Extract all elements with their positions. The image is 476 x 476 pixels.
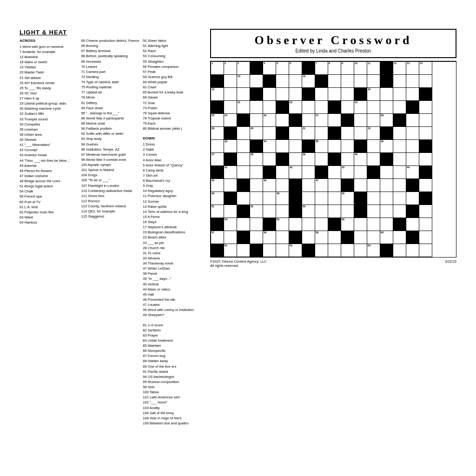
grid-cell[interactable]	[419, 127, 432, 140]
grid-cell[interactable]	[354, 127, 367, 140]
grid-cell[interactable]	[393, 218, 406, 231]
grid-cell[interactable]	[289, 75, 302, 88]
grid-cell[interactable]	[224, 192, 237, 205]
grid-cell[interactable]	[419, 205, 432, 218]
grid-cell[interactable]	[237, 140, 250, 153]
grid-cell[interactable]	[341, 140, 354, 153]
grid-cell[interactable]	[393, 192, 406, 205]
grid-cell[interactable]	[276, 244, 289, 257]
grid-cell[interactable]: 24	[224, 114, 237, 127]
grid-cell[interactable]	[328, 127, 341, 140]
grid-cell[interactable]	[354, 192, 367, 205]
grid-cell[interactable]	[263, 166, 276, 179]
grid-cell[interactable]	[237, 166, 250, 179]
grid-cell[interactable]	[380, 153, 393, 166]
grid-cell[interactable]: 31	[302, 127, 315, 140]
grid-cell[interactable]	[341, 88, 354, 101]
grid-cell[interactable]	[289, 205, 302, 218]
grid-cell[interactable]: 42	[289, 166, 302, 179]
grid-cell[interactable]	[302, 218, 315, 231]
grid-cell[interactable]	[406, 244, 419, 257]
grid-cell[interactable]	[263, 101, 276, 114]
grid-cell[interactable]	[354, 166, 367, 179]
grid-cell[interactable]	[237, 192, 250, 205]
grid-cell[interactable]	[380, 218, 393, 231]
grid-cell[interactable]: 35	[315, 140, 328, 153]
grid-cell[interactable]: 6	[289, 62, 302, 75]
grid-cell[interactable]	[354, 88, 367, 101]
grid-cell[interactable]	[380, 75, 393, 88]
grid-cell[interactable]	[315, 218, 328, 231]
grid-cell[interactable]	[289, 127, 302, 140]
grid-cell[interactable]	[393, 231, 406, 244]
grid-cell[interactable]	[354, 140, 367, 153]
grid-cell[interactable]	[354, 218, 367, 231]
grid-cell[interactable]	[276, 166, 289, 179]
grid-cell[interactable]: 18	[211, 88, 224, 101]
grid-cell[interactable]	[328, 192, 341, 205]
grid-cell[interactable]	[419, 88, 432, 101]
grid-cell[interactable]	[328, 140, 341, 153]
grid-cell[interactable]	[341, 114, 354, 127]
grid-cell[interactable]	[276, 75, 289, 88]
grid-cell[interactable]	[315, 244, 328, 257]
grid-cell[interactable]	[406, 75, 419, 88]
grid-cell[interactable]	[289, 218, 302, 231]
grid-cell[interactable]	[419, 192, 432, 205]
grid-cell[interactable]: 8	[328, 62, 341, 75]
grid-cell[interactable]	[263, 127, 276, 140]
grid-cell[interactable]	[224, 88, 237, 101]
grid-cell[interactable]	[328, 75, 341, 88]
grid-cell[interactable]	[289, 179, 302, 192]
grid-cell[interactable]	[367, 153, 380, 166]
grid-cell[interactable]	[367, 218, 380, 231]
grid-cell[interactable]	[367, 231, 380, 244]
grid-cell[interactable]	[315, 75, 328, 88]
grid-cell[interactable]	[380, 179, 393, 192]
grid-cell[interactable]	[393, 205, 406, 218]
grid-cell[interactable]	[315, 101, 328, 114]
grid-cell[interactable]	[263, 244, 276, 257]
grid-cell[interactable]	[406, 179, 419, 192]
grid-cell[interactable]	[406, 101, 419, 114]
grid-cell[interactable]	[302, 244, 315, 257]
grid-cell[interactable]: 57	[211, 231, 224, 244]
grid-cell[interactable]: 48	[211, 192, 224, 205]
grid-cell[interactable]	[237, 88, 250, 101]
grid-cell[interactable]: 32	[367, 127, 380, 140]
grid-cell[interactable]	[354, 231, 367, 244]
grid-cell[interactable]	[419, 179, 432, 192]
grid-cell[interactable]: 60	[380, 231, 393, 244]
grid-cell[interactable]	[393, 179, 406, 192]
grid-cell[interactable]: 51	[211, 205, 224, 218]
grid-cell[interactable]	[289, 153, 302, 166]
grid-cell[interactable]	[367, 114, 380, 127]
grid-cell[interactable]	[315, 192, 328, 205]
grid-cell[interactable]	[406, 192, 419, 205]
grid-cell[interactable]	[237, 127, 250, 140]
grid-cell[interactable]	[250, 231, 263, 244]
grid-cell[interactable]	[237, 244, 250, 257]
grid-cell[interactable]: 54	[224, 218, 237, 231]
grid-cell[interactable]	[224, 231, 237, 244]
grid-cell[interactable]	[263, 218, 276, 231]
grid-cell[interactable]: 61	[224, 244, 237, 257]
grid-cell[interactable]	[328, 88, 341, 101]
grid-cell[interactable]	[315, 166, 328, 179]
grid-cell[interactable]: 2	[224, 62, 237, 75]
grid-cell[interactable]	[211, 218, 224, 231]
grid-cell[interactable]: 14	[419, 62, 432, 75]
grid-cell[interactable]	[276, 88, 289, 101]
grid-cell[interactable]	[263, 88, 276, 101]
grid-cell[interactable]	[289, 231, 302, 244]
grid-cell[interactable]: 5	[276, 62, 289, 75]
grid-cell[interactable]	[419, 218, 432, 231]
grid-cell[interactable]	[302, 166, 315, 179]
grid-cell[interactable]	[328, 101, 341, 114]
grid-cell[interactable]	[367, 166, 380, 179]
grid-cell[interactable]	[328, 114, 341, 127]
grid-cell[interactable]: 49	[276, 192, 289, 205]
grid-cell[interactable]	[367, 205, 380, 218]
grid-cell[interactable]	[419, 153, 432, 166]
grid-cell[interactable]	[419, 101, 432, 114]
